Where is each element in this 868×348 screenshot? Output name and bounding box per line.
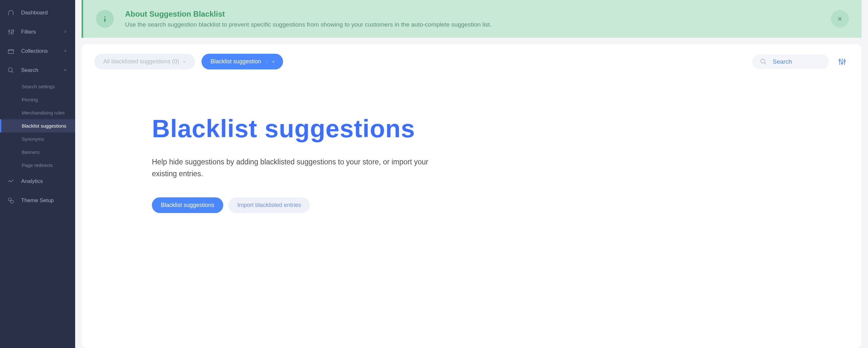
svg-rect-14 [104,18,105,22]
view-settings-button[interactable] [835,55,849,68]
sidebar-sub-blacklist-suggestions[interactable]: Blacklist suggestions [0,119,75,132]
info-banner: About Suggestion Blacklist Use the searc… [82,0,862,38]
page-description: Help hide suggestions by adding blacklis… [152,156,433,180]
action-dropdown-toggle[interactable] [267,60,280,64]
sidebar-sub-banners[interactable]: Banners [0,146,75,159]
sidebar-item-label: Dashboard [21,9,68,16]
chevron-down-icon [63,68,68,73]
sidebar-item-dashboard[interactable]: Dashboard [0,3,75,22]
sidebar-item-filters[interactable]: Filters [0,22,75,41]
sidebar-item-search[interactable]: Search [0,61,75,80]
sidebar-sub-synonyms[interactable]: Synonyms [0,132,75,146]
sidebar-item-label: Analytics [21,178,68,185]
sidebar-item-analytics[interactable]: Analytics [0,172,75,191]
svg-line-18 [764,62,766,64]
sidebar-item-label: Search [21,67,63,73]
info-description: Use the search suggestion blacklist to p… [125,21,825,28]
sidebar-item-label: Filters [21,29,63,35]
sidebar-sub-merchandising-rules[interactable]: Merchandising rules [0,106,75,119]
action-label: Blacklist suggestion [211,58,267,65]
info-content: About Suggestion Blacklist Use the searc… [125,9,825,28]
svg-point-9 [8,68,12,72]
svg-point-3 [9,30,10,32]
filter-label: All blacklisted suggestions (0) [103,58,179,65]
hero-actions: Blacklist suggestions Import blacklisted… [152,197,791,213]
sidebar-item-collections[interactable]: Collections [0,41,75,61]
info-title: About Suggestion Blacklist [125,9,825,19]
sliders-icon [7,28,15,36]
svg-point-11 [8,198,11,201]
hero-section: Blacklist suggestions Help hide suggesti… [94,69,849,213]
sidebar-sub-search-settings[interactable]: Search settings [0,80,75,93]
search-input[interactable] [773,58,821,65]
svg-line-10 [12,71,13,73]
sidebar-item-label: Collections [21,48,63,54]
page-title: Blacklist suggestions [152,114,791,143]
blacklist-suggestion-button[interactable]: Blacklist suggestion [202,54,283,69]
search-icon [760,58,767,65]
import-blacklisted-button[interactable]: Import blacklisted entries [228,197,310,213]
svg-point-7 [13,30,14,31]
search-field-wrapper[interactable] [752,54,829,69]
filter-dropdown[interactable]: All blacklisted suggestions (0) [94,54,195,69]
sliders-icon [838,58,846,66]
search-icon [7,66,15,74]
svg-point-20 [839,60,840,61]
blacklist-suggestions-button[interactable]: Blacklist suggestions [152,197,223,213]
sidebar-sub-pinning[interactable]: Pinning [0,93,75,106]
svg-point-13 [104,16,105,18]
sidebar: Dashboard Filters Collections [0,0,75,348]
svg-point-5 [11,32,12,34]
chevron-down-icon [272,60,275,64]
close-banner-button[interactable] [831,10,849,28]
content-card: All blacklisted suggestions (0) Blacklis… [82,44,862,348]
svg-point-17 [761,59,765,63]
svg-point-22 [841,62,843,64]
sidebar-item-theme-setup[interactable]: Theme Setup [0,191,75,210]
main-content: About Suggestion Blacklist Use the searc… [75,0,868,348]
chevron-right-icon [63,49,68,54]
chevron-down-icon [182,60,186,64]
svg-point-12 [10,200,13,203]
chevron-right-icon [63,29,68,35]
svg-point-24 [844,60,845,62]
analytics-icon [7,178,15,185]
dashboard-icon [7,9,15,17]
theme-icon [7,197,15,204]
sidebar-item-label: Theme Setup [21,197,68,204]
sidebar-sub-page-redirects[interactable]: Page redirects [0,159,75,172]
close-icon [837,16,843,22]
info-icon [96,10,114,28]
toolbar: All blacklisted suggestions (0) Blacklis… [94,54,849,69]
folder-icon [7,48,15,55]
